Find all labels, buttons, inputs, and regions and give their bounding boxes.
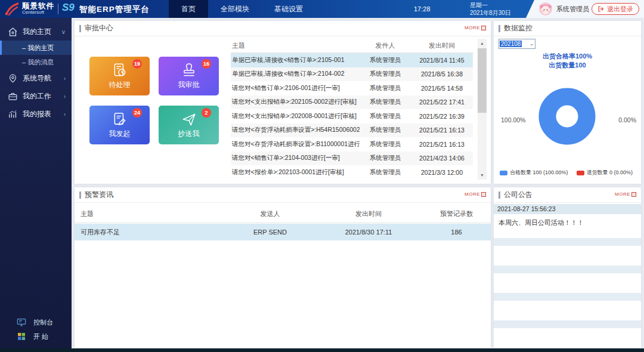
approval-subject: 请您对<支出报销单>:202105-0002进行[审核]: [231, 98, 360, 106]
bullet: –: [22, 58, 26, 66]
select-chevron-icon: ⌄: [530, 41, 534, 47]
alerts-panel: 预警资讯 MORE 主题 发送人 发出时间 预警记录数 可用库存不足ERP SE…: [75, 187, 491, 348]
legend-qualified[interactable]: 合格数量 100 (100.00%): [500, 169, 568, 177]
approval-table-body: 单据已审核,请接收<销售订单>:2105-001系统管理员2021/8/14 1…: [231, 53, 473, 180]
more-icon: [481, 26, 486, 30]
title-accent-bar: [499, 192, 500, 199]
chevron-right-icon: ›: [64, 75, 66, 82]
approval-scrollbar[interactable]: ▲ ▼: [478, 39, 487, 180]
console-button[interactable]: 控制台: [0, 315, 72, 329]
approval-sender: 系统管理员: [360, 84, 411, 92]
chart-legend: 合格数量 100 (100.00%) 退货数量 0 (0.00%): [500, 169, 633, 177]
nav-tab-basic-settings[interactable]: 基础设置: [262, 0, 315, 18]
announcement-date[interactable]: 2021-08-27 15:56:23: [494, 204, 641, 214]
approval-time: 2021/8/5 16:38: [411, 70, 473, 78]
approval-sender: 系统管理员: [360, 112, 411, 121]
approval-row[interactable]: 请您对<支出报销单>:202105-0002进行[审核]系统管理员2021/5/…: [231, 95, 473, 110]
pass-rate-text: 出货合格率100%: [494, 52, 641, 61]
nav-tab-home[interactable]: 首页: [169, 0, 208, 18]
approval-row[interactable]: 请您对<存货浮动耗损率设置>:H54R15006002进行[审核]系统管理员20…: [231, 123, 473, 138]
sidebar-item-label: 我的消息: [27, 58, 54, 66]
more-icon: [631, 192, 636, 197]
announcement-empty-row: [494, 265, 641, 293]
alert-time: 2021/8/30 17:11: [315, 229, 422, 236]
clock-weekday: 星期一: [470, 1, 511, 9]
clock-date: 星期一 2021年8月30日: [470, 1, 511, 17]
tile-initiated-by-me[interactable]: 24 我发起: [89, 106, 150, 144]
logout-button[interactable]: 退出登录: [592, 3, 639, 15]
approval-more-button[interactable]: MORE: [465, 25, 486, 30]
sidebar-item-my-messages[interactable]: – 我的消息: [0, 55, 72, 69]
user-avatar[interactable]: [539, 2, 552, 16]
qualified-percent-label: 100.00%: [501, 116, 525, 123]
alerts-more-button[interactable]: MORE: [465, 192, 486, 197]
legend-swatch-blue: [500, 171, 507, 175]
tile-my-approvals[interactable]: 16 我审批: [159, 57, 219, 95]
sidebar-group-my-home[interactable]: 我的主页 ∨: [0, 23, 72, 41]
sidebar-group-label: 系统导航: [23, 73, 51, 84]
top-navigation: 首页 全部模块 基础设置: [169, 0, 315, 18]
approval-time: 2021/5/21 16:13: [411, 141, 473, 148]
approval-time: 2021/5/22 16:39: [411, 113, 473, 120]
approval-row[interactable]: 单据已审核,请接收<销售订单>:2104-002系统管理员2021/8/5 16…: [231, 67, 473, 82]
topbar: 顺景软件 Centersoft S9 智能ERP管理平台 首页 全部模块 基础设…: [0, 0, 644, 18]
approval-subject: 请您对<存货浮动耗损率设置>:B11000001进行[审核]: [231, 140, 360, 149]
pending-count-badge: 19: [132, 59, 142, 69]
topbar-user-area: 系统管理员 退出登录: [526, 0, 644, 18]
logo-name-en: Centersoft: [22, 10, 54, 15]
approval-row[interactable]: 请您对<存货浮动耗损率设置>:B11000001进行[审核]系统管理员2021/…: [231, 137, 473, 152]
announcement-empty-row: [494, 293, 641, 320]
announcement-empty-row: [494, 320, 641, 348]
product-logo: S9: [62, 2, 75, 14]
alerts-table-body: 可用库存不足ERP SEND2021/8/30 17:11186: [75, 224, 491, 240]
legend-label: 退货数量 0 (0.00%): [587, 169, 633, 177]
alerts-table-header: 主题 发送人 发出时间 预警记录数: [75, 205, 491, 223]
alert-row[interactable]: 可用库存不足ERP SEND2021/8/30 17:11186: [75, 224, 491, 240]
legend-returned[interactable]: 退货数量 0 (0.00%): [577, 169, 633, 177]
approval-row[interactable]: 单据已审核,请接收<销售订单>:2105-001系统管理员2021/8/14 1…: [231, 53, 473, 67]
stamp-icon: [181, 63, 197, 78]
bullet: –: [22, 44, 26, 51]
approval-sender: 系统管理员: [360, 70, 411, 78]
approval-sender: 系统管理员: [360, 56, 411, 64]
alerts-panel-header: 预警资讯 MORE: [75, 187, 491, 203]
approval-panel-header: 审批中心 MORE: [75, 21, 491, 36]
announcements-more-button[interactable]: MORE: [615, 192, 636, 197]
approval-time: 2021/3/3 12:00: [411, 169, 473, 176]
sidebar-group-my-work[interactable]: 我的工作 ›: [0, 87, 72, 105]
briefcase-icon: [8, 91, 18, 101]
start-button[interactable]: 开 始: [0, 329, 72, 344]
approval-row[interactable]: 请您对<报价单>:202103-0001进行[审核]系统管理员2021/3/3 …: [231, 165, 473, 180]
approval-center-panel: 审批中心 MORE 19 待处理 16: [75, 21, 491, 184]
approval-subject: 单据已审核,请接收<销售订单>:2105-001: [231, 56, 360, 64]
scrollbar-thumb[interactable]: [478, 48, 487, 113]
sidebar-group-system-nav[interactable]: 系统导航 ›: [0, 69, 72, 87]
sidebar-item-my-home[interactable]: – 我的主页: [0, 41, 72, 55]
scroll-up-arrow[interactable]: ▲: [478, 39, 487, 48]
approval-sender: 系统管理员: [360, 140, 411, 149]
approval-row[interactable]: 请您对<支出报销单>:202008-0001进行[审核]系统管理员2021/5/…: [231, 109, 473, 123]
logout-icon: [597, 5, 605, 13]
approval-subject: 请您对<支出报销单>:202008-0001进行[审核]: [231, 112, 360, 121]
scroll-down-arrow[interactable]: ▼: [478, 171, 487, 180]
sidebar-group-label: 我的主页: [23, 27, 51, 37]
nav-tab-all-modules[interactable]: 全部模块: [208, 0, 262, 18]
col-sender: 发送人: [225, 209, 315, 218]
avatar-icon: [539, 2, 552, 16]
sidebar-group-my-reports[interactable]: 我的报表 ›: [0, 105, 72, 123]
alert-record-count: 186: [422, 229, 491, 236]
my-approvals-count-badge: 16: [202, 59, 211, 69]
approval-row[interactable]: 请您对<销售订单>:2104-003进行[一审]系统管理员2021/4/23 1…: [231, 152, 473, 166]
tile-cc-to-me[interactable]: 2 抄送我: [159, 106, 219, 144]
logout-label: 退出登录: [607, 5, 633, 14]
period-select[interactable]: 202108 ⌄: [499, 39, 535, 49]
approval-sender: 系统管理员: [360, 154, 411, 162]
returned-percent-label: 0.00%: [618, 116, 636, 123]
tile-pending[interactable]: 19 待处理: [89, 57, 150, 95]
approval-row[interactable]: 请您对<销售订单>:2106-001进行[一审]系统管理员2021/6/5 14…: [231, 81, 473, 95]
announcement-empty-rows: [494, 238, 641, 348]
announcement-text[interactable]: 本周六、周日公司活动！！！: [494, 214, 641, 238]
approval-tiles: 19 待处理 16 我审批 24: [89, 57, 219, 144]
legend-label: 合格数量 100 (100.00%): [510, 169, 568, 177]
alert-subject: 可用库存不足: [75, 228, 225, 237]
